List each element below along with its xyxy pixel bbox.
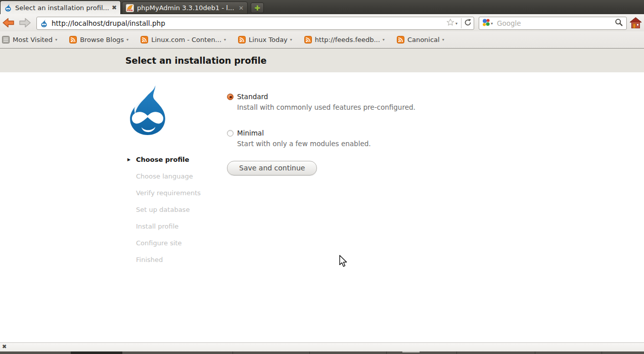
option-standard[interactable]: Standard bbox=[227, 93, 490, 101]
drupal-favicon-icon bbox=[4, 4, 12, 12]
tab-bar: Select an installation profil... ✖ PMA p… bbox=[0, 0, 644, 14]
chevron-down-icon: ▾ bbox=[224, 37, 226, 42]
status-bar: ✖ bbox=[0, 342, 644, 351]
step-label: Choose language bbox=[136, 172, 193, 180]
taskbar-separator bbox=[233, 351, 233, 354]
step-label: Verify requirements bbox=[136, 189, 201, 197]
bookmark-label: Browse Blogs bbox=[80, 36, 124, 43]
option-description: Start with only a few modules enabled. bbox=[237, 140, 490, 148]
page-header-band: Select an installation profile bbox=[0, 48, 644, 72]
option-label: Minimal bbox=[237, 129, 264, 137]
rss-icon bbox=[238, 36, 246, 44]
save-and-continue-button[interactable]: Save and continue bbox=[227, 161, 317, 175]
chevron-down-icon: ▾ bbox=[126, 37, 128, 42]
chevron-down-icon: ▾ bbox=[442, 37, 444, 42]
url-bar[interactable]: ▾ bbox=[36, 17, 474, 30]
site-favicon-icon bbox=[40, 19, 48, 27]
tab-close-icon[interactable]: ✕ bbox=[239, 5, 244, 12]
google-logo-icon bbox=[482, 19, 490, 28]
option-minimal[interactable]: Minimal bbox=[227, 129, 490, 137]
option-label: Standard bbox=[237, 93, 268, 101]
search-input[interactable] bbox=[497, 19, 615, 27]
current-step-arrow-icon: ▶ bbox=[127, 157, 136, 162]
radio-minimal[interactable] bbox=[227, 130, 234, 137]
page-title: Select an installation profile bbox=[125, 49, 266, 73]
page-content: ▶ Choose profile Choose language Verify … bbox=[0, 72, 644, 342]
tab-phpmyadmin[interactable]: PMA phpMyAdmin 3.3.10deb1 - l... ✕ bbox=[122, 2, 248, 14]
taskbar-separator bbox=[535, 351, 535, 354]
step-choose-language: Choose language bbox=[127, 168, 201, 185]
step-label: Set up database bbox=[136, 206, 190, 213]
bookmark-label: http://feeds.feedb... bbox=[315, 36, 380, 43]
step-label: Configure site bbox=[136, 239, 182, 247]
rss-icon bbox=[397, 36, 405, 44]
option-description: Install with commonly used features pre-… bbox=[237, 103, 490, 111]
bookmark-browse-blogs[interactable]: Browse Blogs ▾ bbox=[69, 36, 128, 44]
taskbar-separator bbox=[386, 351, 387, 354]
reload-icon[interactable] bbox=[464, 19, 472, 28]
bookmarks-toolbar: Most Visited ▾ Browse Blogs ▾ Linux.com … bbox=[0, 31, 644, 48]
install-steps-list: ▶ Choose profile Choose language Verify … bbox=[127, 151, 201, 268]
bookmark-canonical[interactable]: Canonical ▾ bbox=[397, 36, 444, 44]
step-configure-site: Configure site bbox=[127, 235, 201, 251]
bookmark-label: Canonical bbox=[407, 36, 440, 43]
bookmark-linux-com[interactable]: Linux.com - Conten... ▾ bbox=[141, 36, 226, 44]
taskbar-separator bbox=[456, 351, 457, 354]
rss-icon bbox=[304, 36, 312, 44]
step-choose-profile: ▶ Choose profile bbox=[127, 151, 201, 168]
step-label: Choose profile bbox=[136, 156, 189, 163]
statusbar-close-icon[interactable]: ✖ bbox=[2, 343, 7, 350]
tab-title: Select an installation profil... bbox=[15, 4, 109, 12]
step-install-profile: Install profile bbox=[127, 218, 201, 235]
back-button[interactable] bbox=[2, 17, 15, 28]
rss-icon bbox=[141, 36, 149, 44]
rss-icon bbox=[69, 36, 77, 44]
svg-text:PMA: PMA bbox=[127, 9, 133, 12]
step-verify-requirements: Verify requirements bbox=[127, 185, 201, 201]
home-button[interactable] bbox=[629, 17, 642, 29]
step-finished: Finished bbox=[127, 251, 201, 268]
taskbar-edge bbox=[0, 351, 644, 354]
plus-icon: ✚ bbox=[254, 4, 260, 12]
bookmark-label: Most Visited bbox=[13, 36, 53, 43]
tab-drupal-install[interactable]: Select an installation profil... ✖ bbox=[0, 1, 121, 14]
step-label: Finished bbox=[136, 256, 163, 263]
drupal-logo-icon bbox=[124, 84, 171, 137]
taskbar-separator bbox=[602, 351, 602, 354]
profile-form: Standard Install with commonly used feat… bbox=[227, 93, 490, 175]
forward-button[interactable] bbox=[18, 17, 31, 28]
phpmyadmin-favicon-icon: PMA bbox=[126, 4, 134, 12]
urlbar-divider bbox=[461, 18, 462, 28]
bookmark-most-visited[interactable]: Most Visited ▾ bbox=[2, 36, 57, 44]
bookmark-menu-caret-icon[interactable]: ▾ bbox=[455, 21, 457, 26]
search-magnifier-icon[interactable] bbox=[615, 18, 623, 28]
address-input[interactable] bbox=[52, 19, 446, 27]
taskbar-highlight bbox=[402, 351, 420, 352]
bookmark-label: Linux.com - Conten... bbox=[151, 36, 221, 43]
mouse-cursor bbox=[339, 255, 348, 270]
taskbar-segment bbox=[71, 351, 122, 354]
chevron-down-icon: ▾ bbox=[383, 37, 385, 42]
bookmark-star-icon[interactable] bbox=[446, 18, 454, 28]
most-visited-icon bbox=[2, 36, 10, 44]
search-bar[interactable]: ▾ bbox=[479, 17, 627, 30]
new-tab-button[interactable]: ✚ bbox=[251, 3, 264, 13]
bookmark-label: Linux Today bbox=[249, 36, 288, 43]
tab-title: phpMyAdmin 3.3.10deb1 - l... bbox=[137, 4, 236, 12]
bookmark-linux-today[interactable]: Linux Today ▾ bbox=[238, 36, 292, 44]
chevron-down-icon: ▾ bbox=[290, 37, 292, 42]
chevron-down-icon: ▾ bbox=[55, 37, 57, 42]
search-engine-caret-icon[interactable]: ▾ bbox=[491, 21, 493, 26]
step-set-up-database: Set up database bbox=[127, 201, 201, 218]
bookmark-feeds[interactable]: http://feeds.feedb... ▾ bbox=[304, 36, 385, 44]
taskbar-separator bbox=[309, 351, 310, 354]
radio-standard[interactable] bbox=[227, 94, 234, 100]
step-label: Install profile bbox=[136, 223, 178, 230]
tab-close-icon[interactable]: ✖ bbox=[112, 4, 117, 11]
